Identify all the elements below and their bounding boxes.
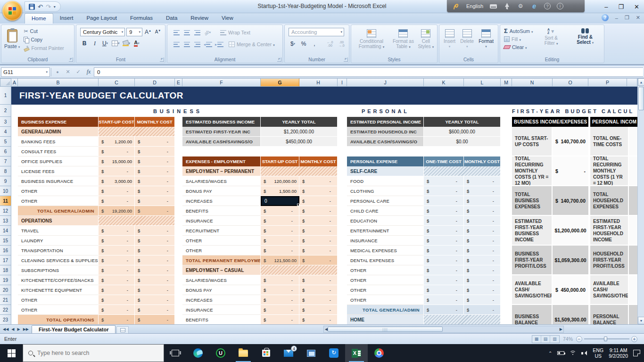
cell-value[interactable]: $- [464,196,501,206]
cell-value[interactable]: $- [135,186,175,196]
column-header-F[interactable]: F [182,78,261,87]
autosum-button[interactable]: Σ AutoSum [504,27,533,35]
column-header-N[interactable]: N [512,78,553,87]
section-label[interactable]: SELF-CARE [347,166,424,176]
settings-icon[interactable]: ⚙ [517,2,524,10]
cell-value[interactable]: $- [135,137,175,147]
income-label[interactable]: ESTIMATED FIRST-YEAR INC [182,127,261,137]
scroll-right-icon[interactable]: ▶ [560,327,562,331]
cell-value[interactable]: $- [424,246,464,255]
cell-value[interactable]: $- [99,246,135,255]
normal-view-button[interactable]: ▦ [532,336,541,343]
tab-page-layout[interactable]: Page Layout [80,13,124,24]
cell-label[interactable]: TOTAL GENERAL/ADMIN [18,206,99,216]
row-header-2[interactable]: 2 [0,105,11,117]
cell-value[interactable]: $1,500.00 [261,186,299,196]
file-explorer-button[interactable] [232,344,255,362]
cell-value[interactable]: $- [299,196,338,206]
increase-decimal-button[interactable]: ←.0 .00 [325,40,334,48]
copy-button[interactable]: Copy [24,35,64,44]
row-header-8[interactable]: 8 [0,166,11,176]
bold-button[interactable]: B [80,39,89,48]
number-dialog-launcher[interactable] [344,58,348,62]
cell-label[interactable]: SALARIES/WAGES [182,176,261,186]
cell-label[interactable]: LAUNDRY [18,236,99,246]
cell-label[interactable]: OTHER [347,275,424,285]
tab-review[interactable]: Review [184,13,215,24]
cell-label[interactable]: OTHER [182,236,261,246]
minimize-button[interactable]: – [604,3,608,10]
section-hatch[interactable] [261,166,338,176]
cell-value[interactable]: $- [135,285,175,295]
zoom-out-icon[interactable]: − [576,336,582,342]
row-header-23[interactable]: 23 [0,315,11,324]
conditional-formatting-button[interactable]: Conditional Formatting [353,27,390,49]
alignment-dialog-launcher[interactable] [277,58,281,62]
keyboard-icon[interactable] [489,2,497,10]
font-color-button[interactable]: A▾ [132,39,141,48]
row-header-20[interactable]: 20 [0,285,11,295]
column-header-E[interactable]: E [175,78,182,87]
cell-value[interactable]: $- [135,305,175,315]
cell-label[interactable]: SUBSCRIPTIONS [18,265,99,275]
avro-icon[interactable] [453,2,460,10]
ultraviewer-button[interactable]: U [209,344,232,362]
tab-home[interactable]: Home [25,13,53,24]
shrink-font-button[interactable]: A▼ [154,28,162,36]
row-header-22[interactable]: 22 [0,305,11,315]
row-header-15[interactable]: 15 [0,236,11,246]
cell-value[interactable]: $- [135,295,175,305]
help-icon[interactable]: ? [544,3,551,9]
cell-label[interactable]: TRANSPORTATION [18,246,99,255]
income-label[interactable]: AVAILABLE CASH/SAVINGS/O [182,137,261,147]
cell-value[interactable]: $120,000.00 [261,176,299,186]
fill-button[interactable]: ↓ Fill [504,35,533,43]
cell-label[interactable]: KITCHENETTE/COFFEE/SNACKS [18,275,99,285]
cell-value[interactable]: $- [261,236,299,246]
cell-label[interactable]: BONUS PAY [182,285,261,295]
row-header-7[interactable]: 7 [0,156,11,166]
cell-value[interactable]: $- [99,265,135,275]
cell-value[interactable]: $- [261,285,299,295]
cell-label[interactable]: OTHER [18,295,99,305]
section-hatch[interactable] [99,127,175,137]
cell-value[interactable]: $- [299,186,338,196]
workbook-restore-button[interactable]: ❐ [625,15,629,21]
cell-value[interactable]: $- [299,315,338,324]
mail-button[interactable]: 4 [277,344,300,362]
cell-label[interactable]: INSURANCE [182,216,261,226]
cell-label[interactable]: TOTAL GENERAL/ADMIN [347,305,424,315]
row-header-4[interactable]: 4 [0,127,11,137]
cell-value[interactable]: 0 [261,196,299,206]
cell-value[interactable]: $- [464,206,501,216]
cell-value[interactable]: $- [135,176,175,186]
tab-formulas[interactable]: Formulas [124,13,159,24]
section-hatch[interactable] [424,315,501,324]
cell-value[interactable]: $- [99,166,135,176]
column-header-G[interactable]: G [261,78,299,87]
cell-value[interactable]: $- [299,176,338,186]
section-hatch[interactable] [261,265,338,275]
row-header-9[interactable]: 9 [0,176,11,186]
row-header-3[interactable]: 3 [0,117,11,127]
column-header-C[interactable]: C [99,78,135,87]
fill-color-button[interactable]: ▾ [122,39,131,48]
first-sheet-icon[interactable]: ◀◀ [2,327,9,331]
income-value[interactable]: $0.00 [424,137,501,147]
cell-value[interactable]: $- [299,206,338,216]
row-header-13[interactable]: 13 [0,216,11,226]
column-header-K[interactable]: K [424,78,464,87]
start-button[interactable] [0,344,23,362]
align-bottom-button[interactable] [193,28,201,37]
redo-icon[interactable]: ↷ [46,4,51,10]
clock[interactable]: 9:11 AM9/2/2020 [609,347,628,359]
cell-value[interactable]: $- [135,255,175,265]
taskbar-search[interactable] [23,344,164,362]
cell-value[interactable]: $- [464,176,501,186]
cells-canvas[interactable]: FIRST-YEAR BUDGET CALCULATOR BUSINESS PE… [11,87,637,324]
section-hatch[interactable] [99,216,175,226]
percent-style-button[interactable]: % [299,40,308,48]
cell-label[interactable]: TOTAL OPERATIONS [18,315,99,324]
row-header-6[interactable]: 6 [0,147,11,156]
sheet-tab[interactable]: First-Year Budget Calculator [32,325,116,333]
